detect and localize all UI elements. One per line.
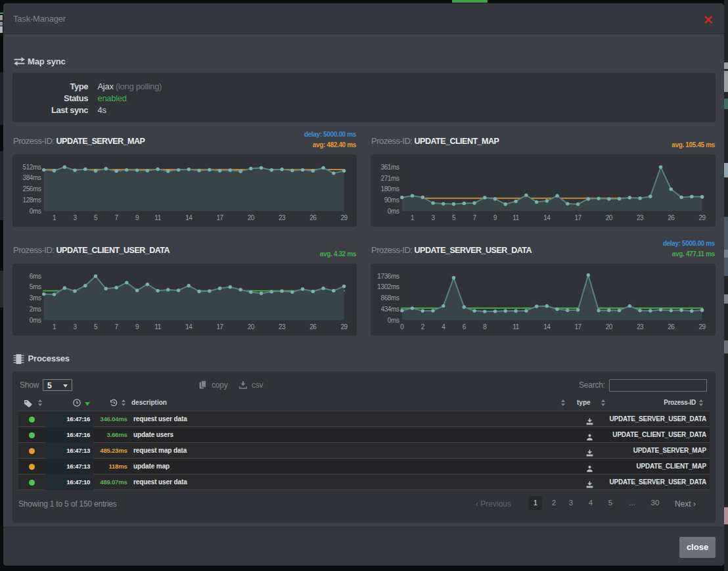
svg-text:23: 23 (637, 323, 644, 331)
svg-text:1736ms: 1736ms (377, 272, 399, 279)
svg-text:11: 11 (512, 323, 519, 331)
svg-text:17: 17 (216, 214, 223, 221)
svg-text:23: 23 (637, 214, 644, 221)
svg-text:29: 29 (340, 323, 348, 331)
svg-text:7: 7 (115, 214, 119, 221)
svg-text:90ms: 90ms (384, 196, 399, 203)
svg-text:29: 29 (340, 214, 348, 221)
svg-text:256ms: 256ms (22, 185, 41, 193)
svg-text:4: 4 (442, 323, 445, 331)
svg-text:7: 7 (473, 214, 477, 221)
svg-text:128ms: 128ms (22, 196, 41, 203)
svg-text:11: 11 (154, 323, 161, 331)
svg-text:0ms: 0ms (388, 316, 399, 323)
svg-text:5: 5 (94, 323, 98, 331)
svg-text:14: 14 (185, 214, 193, 221)
svg-text:29: 29 (698, 323, 706, 331)
svg-text:0ms: 0ms (388, 207, 399, 214)
svg-text:1: 1 (53, 323, 57, 331)
svg-text:0ms: 0ms (30, 207, 41, 214)
svg-text:1: 1 (53, 214, 57, 221)
svg-text:17: 17 (574, 323, 581, 331)
svg-text:434ms: 434ms (380, 305, 399, 312)
svg-text:0: 0 (400, 323, 404, 331)
svg-text:1: 1 (411, 214, 415, 221)
svg-text:868ms: 868ms (380, 294, 399, 302)
svg-text:26: 26 (668, 214, 675, 221)
svg-text:9: 9 (493, 214, 497, 221)
svg-text:3: 3 (73, 323, 77, 331)
svg-text:3ms: 3ms (30, 294, 41, 302)
svg-text:512ms: 512ms (22, 163, 41, 170)
svg-text:11: 11 (512, 214, 519, 221)
svg-text:20: 20 (248, 323, 255, 331)
svg-text:17: 17 (574, 214, 581, 221)
svg-text:17: 17 (216, 323, 223, 331)
svg-text:5: 5 (94, 214, 98, 221)
svg-text:384ms: 384ms (22, 174, 41, 181)
svg-text:29: 29 (698, 214, 706, 221)
svg-text:2ms: 2ms (30, 305, 41, 312)
svg-text:8: 8 (483, 323, 487, 331)
svg-text:26: 26 (309, 323, 317, 331)
svg-text:180ms: 180ms (380, 185, 399, 193)
svg-text:3: 3 (73, 214, 77, 221)
svg-text:26: 26 (309, 214, 317, 221)
svg-text:361ms: 361ms (380, 163, 399, 170)
svg-text:20: 20 (606, 323, 613, 331)
svg-text:14: 14 (543, 214, 551, 221)
svg-text:11: 11 (154, 214, 161, 221)
svg-text:20: 20 (606, 214, 613, 221)
svg-text:9: 9 (135, 323, 139, 331)
svg-text:271ms: 271ms (380, 174, 399, 181)
svg-text:3: 3 (431, 214, 435, 221)
svg-text:1302ms: 1302ms (377, 283, 399, 290)
svg-text:7: 7 (115, 323, 119, 331)
svg-text:6: 6 (463, 323, 466, 331)
svg-text:14: 14 (543, 323, 551, 331)
svg-text:14: 14 (185, 323, 193, 331)
svg-text:2: 2 (421, 323, 425, 331)
svg-text:23: 23 (279, 214, 286, 221)
svg-text:6ms: 6ms (30, 272, 41, 279)
svg-text:5ms: 5ms (30, 283, 41, 290)
svg-text:26: 26 (668, 323, 675, 331)
svg-text:5: 5 (452, 214, 456, 221)
svg-text:0ms: 0ms (30, 316, 41, 323)
svg-text:20: 20 (248, 214, 255, 221)
svg-text:23: 23 (279, 323, 286, 331)
svg-text:9: 9 (135, 214, 139, 221)
